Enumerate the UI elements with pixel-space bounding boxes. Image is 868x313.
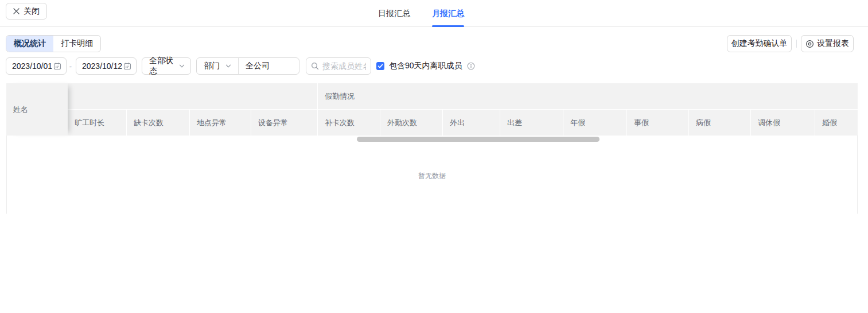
tab-daily-summary-label: 日报汇总: [378, 9, 410, 19]
table-body: 暂无数据: [6, 136, 858, 214]
view-mode-segmented-control: 概况统计 打卡明细: [6, 35, 101, 52]
chevron-down-icon: [179, 63, 185, 69]
segment-overview-stats[interactable]: 概况统计: [6, 36, 53, 52]
chevron-down-icon: [225, 63, 231, 69]
col-header-annual-leave: 年假: [563, 110, 626, 136]
create-attendance-confirmation-label: 创建考勤确认单: [731, 38, 788, 49]
include-resigned-label[interactable]: 包含90天内离职成员: [389, 61, 462, 71]
include-resigned-checkbox[interactable]: [376, 62, 384, 70]
col-header-location-abnormal: 地点异常: [189, 110, 251, 136]
report-settings-button[interactable]: 设置报表: [801, 35, 854, 52]
col-header-business-trip: 出差: [500, 110, 563, 136]
column-group-leave-status: 假勤情况: [317, 83, 858, 110]
member-search-box: [306, 57, 371, 75]
status-select-value: 全部状态: [149, 56, 179, 76]
col-header-absent-duration: 旷工时长: [68, 110, 126, 136]
report-tabs: 日报汇总 月报汇总: [378, 0, 464, 27]
toolbar-divider: [796, 40, 797, 48]
settings-icon: [805, 40, 814, 48]
calendar-icon: [123, 62, 131, 70]
active-tab-underline: [432, 25, 464, 27]
date-range-separator: -: [67, 57, 75, 75]
col-header-field-work-count: 外勤次数: [380, 110, 442, 136]
attendance-report-table: 姓名 假勤情况 旷工时长 缺卡次数 地点异常 设备异常 补卡次数 外勤次数 外出…: [6, 83, 858, 214]
column-group-abnormal: [68, 83, 317, 110]
member-search-input[interactable]: [322, 61, 366, 71]
tab-daily-summary[interactable]: 日报汇总: [378, 0, 410, 27]
col-header-device-abnormal: 设备异常: [251, 110, 317, 136]
col-header-missing-punch-count: 缺卡次数: [126, 110, 189, 136]
close-icon: [13, 8, 20, 14]
close-label: 关闭: [24, 6, 40, 17]
create-attendance-confirmation-button[interactable]: 创建考勤确认单: [727, 35, 792, 52]
segment-overview-stats-label: 概况统计: [14, 38, 46, 49]
start-date-picker[interactable]: 2023/10/01: [6, 57, 67, 75]
tab-monthly-summary-label: 月报汇总: [432, 9, 464, 19]
include-resigned-row: 包含90天内离职成员: [376, 57, 475, 75]
company-scope-value: 全公司: [246, 61, 270, 71]
col-header-compensatory-leave: 调休假: [750, 110, 815, 136]
segment-punch-details-label: 打卡明细: [61, 38, 93, 49]
end-date-picker[interactable]: 2023/10/12: [76, 57, 137, 75]
info-icon[interactable]: [467, 62, 475, 70]
calendar-icon: [53, 62, 61, 70]
department-select-value: 部门: [204, 61, 220, 71]
tab-monthly-summary[interactable]: 月报汇总: [432, 0, 464, 27]
topbar: 关闭 日报汇总 月报汇总: [0, 0, 868, 27]
department-select[interactable]: 部门: [197, 58, 239, 74]
close-button[interactable]: 关闭: [6, 3, 47, 20]
report-settings-label: 设置报表: [817, 38, 849, 49]
col-header-punch-fix-count: 补卡次数: [317, 110, 380, 136]
start-date-value: 2023/10/01: [12, 61, 52, 71]
status-select[interactable]: 全部状态: [142, 57, 191, 75]
col-header-sick-leave: 病假: [688, 110, 750, 136]
col-header-outing: 外出: [442, 110, 500, 136]
col-header-marriage-leave: 婚假: [815, 110, 858, 136]
col-header-name: 姓名: [6, 83, 68, 136]
company-scope-input[interactable]: 全公司: [239, 58, 299, 74]
segment-punch-details[interactable]: 打卡明细: [53, 36, 100, 52]
empty-state-text: 暂无数据: [7, 171, 857, 181]
end-date-value: 2023/10/12: [82, 61, 122, 71]
horizontal-scrollbar-thumb[interactable]: [357, 137, 600, 142]
department-scope-control: 部门 全公司: [196, 57, 299, 75]
search-icon: [311, 62, 319, 70]
col-header-personal-leave: 事假: [626, 110, 688, 136]
